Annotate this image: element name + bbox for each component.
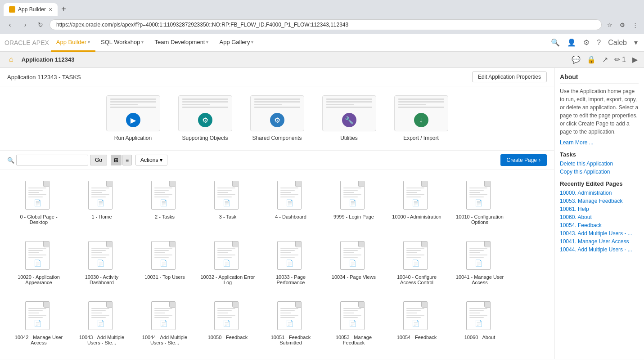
- user-icon[interactable]: 👤: [565, 36, 578, 49]
- active-tab[interactable]: App Builder ×: [4, 3, 58, 16]
- page-icon-10054: 📄: [403, 301, 430, 333]
- nav-team-development[interactable]: Team Development ▾: [149, 34, 214, 52]
- app-toolbar: ⌂ Application 112343 💬 🔒 ↗ ✏ 1 ▶: [0, 52, 644, 68]
- content-area: Application 112343 - TASKS Edit Applicat…: [0, 68, 554, 359]
- supporting-objects-label: Supporting Objects: [182, 135, 228, 141]
- recent-page-3[interactable]: 10061. Help: [560, 206, 639, 212]
- supporting-objects-card[interactable]: ⚙ Supporting Objects: [178, 95, 232, 141]
- page-icon-4: 📄: [277, 181, 304, 212]
- page-label-4: 4 - Dashboard: [275, 214, 306, 219]
- page-item[interactable]: 📄 2 - Tasks: [133, 177, 196, 228]
- page-item[interactable]: 📄 10020 - Application Appearance: [7, 237, 70, 289]
- page-item[interactable]: 📄 10032 - Application Error Log: [196, 237, 259, 289]
- action-cards-section: ▶ Run Application ⚙ Supporting Objects: [0, 86, 554, 151]
- page-item[interactable]: 📄 10044 - Add Multiple Users - Ste...: [133, 298, 196, 349]
- utilities-image: 🔧: [322, 95, 376, 131]
- footer: c.locrry@hotmail.com awesomeworkspace en…: [0, 359, 644, 362]
- page-item[interactable]: 📄 10010 - Configuration Options: [448, 177, 511, 228]
- settings-icon[interactable]: ⚙: [581, 36, 591, 49]
- shared-components-image: ⚙: [250, 95, 304, 131]
- actions-button[interactable]: Actions ▾: [135, 155, 167, 165]
- go-button[interactable]: Go: [90, 155, 107, 165]
- page-item[interactable]: 📄 10031 - Top Users: [133, 237, 196, 289]
- page-icon-10060: 📄: [466, 301, 493, 333]
- run-application-card[interactable]: ▶ Run Application: [106, 95, 160, 141]
- recent-page-4[interactable]: 10060. About: [560, 214, 639, 220]
- extensions-icon[interactable]: ⚙: [617, 19, 628, 30]
- recent-page-6[interactable]: 10043. Add Multiple Users - ...: [560, 230, 639, 237]
- page-item[interactable]: 📄 0 - Global Page - Desktop: [7, 177, 70, 228]
- nav-app-builder[interactable]: App Builder ▾: [51, 34, 95, 52]
- user-dropdown-arrow[interactable]: ▾: [632, 36, 639, 49]
- search-icon[interactable]: 🔍: [549, 36, 562, 49]
- run-icon[interactable]: ▶: [630, 54, 639, 66]
- supporting-objects-icon: ⚙: [198, 113, 212, 127]
- recent-page-8[interactable]: 10044. Add Multiple Users - ...: [560, 246, 639, 253]
- edit-application-properties-button[interactable]: Edit Application Properties: [472, 72, 547, 82]
- copy-application-link[interactable]: Copy this Application: [560, 169, 639, 175]
- page-icon-9999: 📄: [340, 181, 367, 212]
- page-icon-10040: 📄: [403, 241, 430, 273]
- page-item[interactable]: 📄 10053 - Manage Feedback: [322, 298, 385, 349]
- recent-page-7[interactable]: 10041. Manage User Access: [560, 238, 639, 245]
- tab-close-button[interactable]: ×: [49, 6, 52, 13]
- chat-icon[interactable]: 💬: [570, 54, 582, 66]
- recent-page-5[interactable]: 10054. Feedback: [560, 222, 639, 228]
- grid-view-button[interactable]: ⊞: [111, 155, 122, 165]
- recent-page-1[interactable]: 10000. Administration: [560, 190, 639, 196]
- utilities-card[interactable]: 🔧 Utilities: [322, 95, 376, 141]
- menu-icon[interactable]: ⋮: [630, 19, 640, 30]
- header-right: 🔍 👤 ⚙ ? Caleb ▾: [549, 36, 639, 49]
- forward-button[interactable]: ›: [19, 18, 32, 31]
- nav-sql-workshop[interactable]: SQL Workshop ▾: [95, 34, 149, 52]
- page-label-10030: 10030 - Activity Dashboard: [74, 274, 130, 285]
- new-tab-button[interactable]: +: [59, 3, 68, 16]
- help-icon[interactable]: ?: [595, 37, 603, 49]
- reload-button[interactable]: ↻: [34, 18, 47, 31]
- page-item[interactable]: 📄 10043 - Add Multiple Users - Ste...: [70, 298, 133, 349]
- page-item[interactable]: 📄 10041 - Manage User Access: [448, 237, 511, 289]
- recent-page-2[interactable]: 10053. Manage Feedback: [560, 198, 639, 204]
- page-item[interactable]: 📄 10060 - About: [448, 298, 511, 349]
- page-item[interactable]: 📄 1 - Home: [70, 177, 133, 228]
- page-item[interactable]: 📄 10061 - Help: [7, 358, 70, 359]
- supporting-objects-image: ⚙: [178, 95, 232, 131]
- back-button[interactable]: ‹: [4, 18, 16, 31]
- page-item[interactable]: 📄 10000 - Administration: [385, 177, 448, 228]
- run-icon: ▶: [126, 113, 140, 127]
- share-icon[interactable]: ↗: [600, 54, 610, 66]
- home-icon[interactable]: ⌂: [5, 52, 18, 68]
- page-item[interactable]: 📄 10040 - Configure Access Control: [385, 237, 448, 289]
- page-label-10033: 10033 - Page Performance: [263, 274, 319, 285]
- page-item[interactable]: 📄 10033 - Page Performance: [259, 237, 322, 289]
- page-item[interactable]: 📄 10030 - Activity Dashboard: [70, 237, 133, 289]
- lock-icon[interactable]: 🔒: [585, 54, 598, 66]
- run-application-image: ▶: [106, 95, 160, 131]
- page-label-10031: 10031 - Top Users: [144, 274, 185, 280]
- nav-app-gallery[interactable]: App Gallery ▾: [214, 34, 259, 52]
- user-name[interactable]: Caleb: [606, 37, 629, 49]
- page-label-10042: 10042 - Manage User Access: [11, 335, 67, 345]
- export-import-card[interactable]: ↓ Export / Import: [394, 95, 448, 141]
- page-item[interactable]: 📄 10051 - Feedback Submitted: [259, 298, 322, 349]
- page-item[interactable]: 📄 10054 - Feedback: [385, 298, 448, 349]
- page-item[interactable]: 📄 10050 - Feedback: [196, 298, 259, 349]
- page-icon-10051: 📄: [277, 301, 304, 333]
- page-item[interactable]: 📄 4 - Dashboard: [259, 177, 322, 228]
- app-toolbar-title[interactable]: Application 112343: [22, 56, 75, 63]
- bookmark-icon[interactable]: ☆: [604, 19, 615, 30]
- create-page-button[interactable]: Create Page ›: [500, 154, 547, 166]
- delete-application-link[interactable]: Delete this Application: [560, 161, 639, 167]
- learn-more-link[interactable]: Learn More ...: [560, 139, 594, 146]
- shared-components-card[interactable]: ⚙ Shared Components: [250, 95, 304, 141]
- search-icon: 🔍: [7, 157, 14, 164]
- page-item[interactable]: 📄 10042 - Manage User Access: [7, 298, 70, 349]
- edit-count[interactable]: ✏ 1: [612, 54, 628, 66]
- list-view-button[interactable]: ≡: [122, 155, 132, 165]
- page-item[interactable]: 📄 9999 - Login Page: [322, 177, 385, 228]
- address-bar[interactable]: [50, 19, 602, 30]
- pages-search-input[interactable]: [16, 155, 88, 165]
- page-item[interactable]: 📄 10034 - Page Views: [322, 237, 385, 289]
- page-item[interactable]: 📄 3 - Task: [196, 177, 259, 228]
- page-label-10041: 10041 - Manage User Access: [452, 274, 508, 285]
